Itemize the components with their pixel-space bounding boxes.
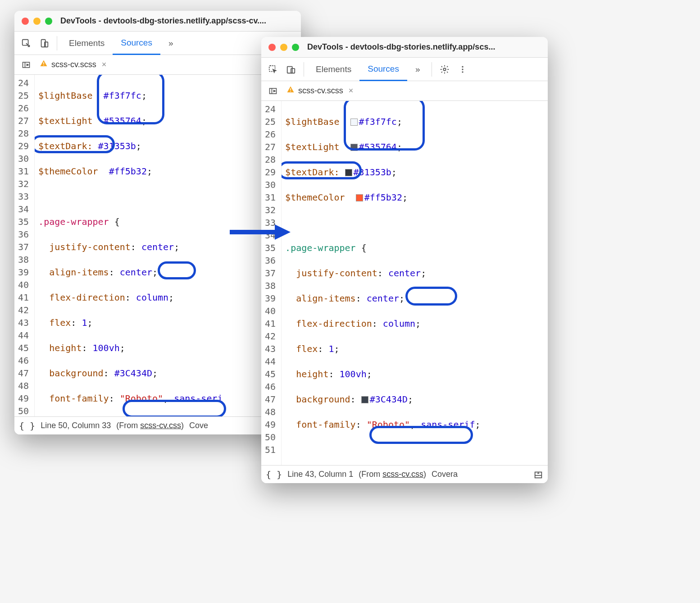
line-gutter: 2425262728293031323334353637383940414243… xyxy=(14,75,35,416)
source-map-link[interactable]: scss-cv.css xyxy=(140,421,181,430)
close-window-button[interactable] xyxy=(22,18,29,25)
cursor-position: Line 43, Column 1 xyxy=(287,470,353,479)
line-gutter: 2425262728293031323334353637383940414243… xyxy=(261,101,282,465)
maximize-window-button[interactable] xyxy=(45,18,52,25)
status-bar: { } Line 50, Column 33 (From scss-cv.css… xyxy=(14,416,301,434)
main-toolbar: Elements Sources » xyxy=(14,32,301,55)
file-tab-name: scss-cv.scss xyxy=(298,86,343,96)
code-editor[interactable]: 2425262728293031323334353637383940414243… xyxy=(261,101,548,465)
svg-point-14 xyxy=(462,71,464,73)
status-bar: { } Line 43, Column 1 (From scss-cv.css)… xyxy=(261,465,548,483)
svg-point-13 xyxy=(462,69,464,70)
file-tabs: scss-cv.scss × xyxy=(261,81,548,101)
color-swatch[interactable] xyxy=(361,396,368,403)
navigator-toggle-icon[interactable] xyxy=(264,82,282,100)
close-window-button[interactable] xyxy=(268,44,276,51)
pretty-print-icon[interactable]: { } xyxy=(19,420,35,431)
file-tabs: scss-cv.scss × xyxy=(14,55,301,75)
kebab-menu-icon[interactable] xyxy=(454,60,472,78)
navigator-toggle-icon[interactable] xyxy=(17,56,35,74)
code-content[interactable]: $lightBase #f3f7fc; $textLight #535764; … xyxy=(282,101,484,465)
color-swatch[interactable] xyxy=(350,119,358,126)
coverage-text: Covera xyxy=(432,470,458,479)
tab-elements[interactable]: Elements xyxy=(61,32,113,55)
color-swatch[interactable] xyxy=(345,169,352,176)
tab-more[interactable]: » xyxy=(407,58,428,81)
svg-rect-10 xyxy=(291,69,295,73)
titlebar: DevTools - devtools-dbg-stories.netlify.… xyxy=(261,37,548,58)
code-content[interactable]: $lightBase #f3f7fc; $textLight #535764; … xyxy=(35,75,226,416)
minimize-window-button[interactable] xyxy=(280,44,287,51)
svg-rect-7 xyxy=(43,65,44,66)
source-map-from: (From scss-cv.css) xyxy=(359,470,426,479)
tab-sources[interactable]: Sources xyxy=(113,32,160,55)
window-title: DevTools - devtools-dbg-stories.netlify.… xyxy=(60,16,266,26)
warning-icon xyxy=(286,86,295,96)
color-swatch[interactable] xyxy=(350,144,358,151)
devtools-window-before: DevTools - devtools-dbg-stories.netlify.… xyxy=(14,11,301,434)
svg-rect-9 xyxy=(287,66,292,73)
svg-rect-6 xyxy=(43,62,44,64)
tab-elements[interactable]: Elements xyxy=(308,58,359,81)
traffic-lights xyxy=(22,18,52,25)
source-map-link[interactable]: scss-cv.css xyxy=(382,470,423,479)
inspect-icon[interactable] xyxy=(17,34,35,52)
gear-icon[interactable] xyxy=(436,60,454,78)
color-swatch[interactable] xyxy=(356,194,363,201)
close-tab-icon[interactable]: × xyxy=(349,86,354,96)
file-tab-scss[interactable]: scss-cv.scss × xyxy=(282,81,358,100)
file-tab-scss[interactable]: scss-cv.scss × xyxy=(35,55,111,74)
close-tab-icon[interactable]: × xyxy=(102,60,107,69)
tab-more[interactable]: » xyxy=(160,32,182,55)
warning-icon xyxy=(40,59,48,70)
svg-rect-17 xyxy=(290,91,291,92)
maximize-window-button[interactable] xyxy=(292,44,299,51)
cursor-position: Line 50, Column 33 xyxy=(41,421,111,430)
inspect-icon[interactable] xyxy=(264,60,282,78)
tab-sources[interactable]: Sources xyxy=(359,58,407,81)
window-title: DevTools - devtools-dbg-stories.netlify.… xyxy=(307,42,495,52)
drawer-toggle-icon[interactable] xyxy=(533,470,543,480)
file-tab-name: scss-cv.scss xyxy=(51,60,96,69)
device-icon[interactable] xyxy=(282,60,300,78)
titlebar: DevTools - devtools-dbg-stories.netlify.… xyxy=(14,11,301,32)
coverage-text: Cove xyxy=(189,421,208,430)
svg-point-11 xyxy=(444,68,446,71)
pretty-print-icon[interactable]: { } xyxy=(266,469,282,480)
svg-rect-16 xyxy=(290,88,291,91)
device-icon[interactable] xyxy=(35,34,53,52)
minimize-window-button[interactable] xyxy=(33,18,41,25)
devtools-window-after: DevTools - devtools-dbg-stories.netlify.… xyxy=(261,37,548,483)
source-map-from: (From scss-cv.css) xyxy=(116,421,184,430)
main-toolbar: Elements Sources » xyxy=(261,58,548,81)
traffic-lights xyxy=(268,44,299,51)
svg-point-12 xyxy=(462,66,464,67)
code-editor[interactable]: 2425262728293031323334353637383940414243… xyxy=(14,75,301,416)
